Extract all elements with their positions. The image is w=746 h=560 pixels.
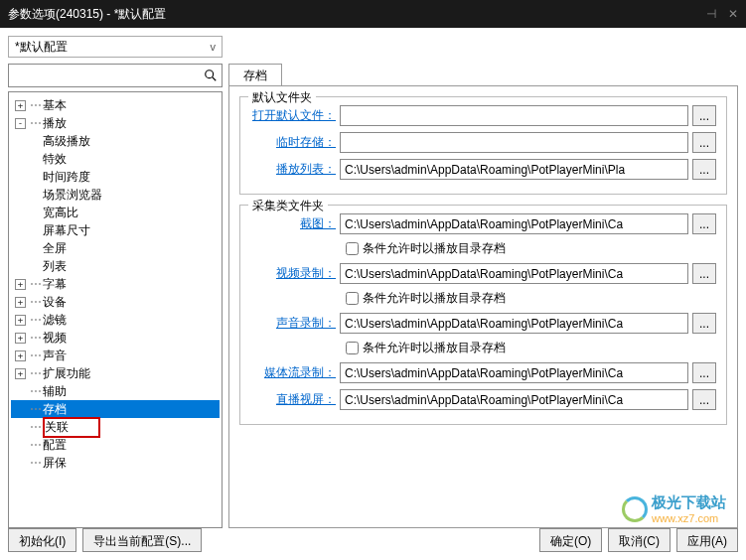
tree-label: 声音	[43, 348, 67, 364]
titlebar: 参数选项(240315) - *默认配置 ⊣ ✕	[0, 0, 746, 28]
expand-icon[interactable]: -	[15, 118, 26, 129]
category-tree[interactable]: +⋯基本-⋯播放高级播放特效时间跨度场景浏览器宽高比屏幕尺寸全屏列表+⋯字幕+⋯…	[8, 91, 223, 528]
input-live-screen[interactable]	[340, 389, 688, 410]
link-playlist[interactable]: 播放列表：	[250, 161, 336, 178]
tree-item-subtitle[interactable]: +⋯字幕	[11, 275, 220, 293]
tree-item-screen-size[interactable]: 屏幕尺寸	[11, 221, 220, 239]
tree-item-config[interactable]: ⋯配置	[11, 436, 220, 454]
expand-icon[interactable]: +	[15, 350, 26, 361]
browse-stream-rec[interactable]: ...	[692, 362, 716, 383]
tree-item-playback[interactable]: -⋯播放	[11, 114, 220, 132]
tree-item-assist[interactable]: ⋯辅助	[11, 382, 220, 400]
tree-label: 屏保	[43, 455, 67, 472]
tree-item-list[interactable]: 列表	[11, 257, 220, 275]
tree-item-device[interactable]: +⋯设备	[11, 293, 220, 311]
tree-dots-icon: ⋯	[30, 116, 41, 130]
close-icon[interactable]: ✕	[728, 7, 738, 21]
browse-video-rec[interactable]: ...	[692, 263, 716, 284]
tree-item-video[interactable]: +⋯视频	[11, 329, 220, 347]
tree-label: 播放	[43, 115, 67, 132]
pin-icon[interactable]: ⊣	[706, 7, 716, 21]
tree-dots-icon: ⋯	[30, 277, 41, 291]
input-open-default[interactable]	[340, 105, 688, 126]
browse-screenshot[interactable]: ...	[692, 213, 716, 234]
tree-label: 宽高比	[43, 205, 78, 221]
checkbox-screenshot-dir[interactable]	[346, 242, 359, 255]
footer: 初始化(I) 导出当前配置(S)... 确定(O) 取消(C) 应用(A)	[8, 528, 738, 552]
label-video-dir: 条件允许时以播放目录存档	[363, 290, 506, 307]
link-temp-storage[interactable]: 临时存储：	[250, 134, 336, 151]
tree-item-scene-browser[interactable]: 场景浏览器	[11, 186, 220, 204]
apply-button[interactable]: 应用(A)	[676, 528, 738, 552]
tab-archive[interactable]: 存档	[228, 64, 282, 85]
tree-dots-icon: ⋯	[30, 366, 41, 380]
tree-item-aspect[interactable]: 宽高比	[11, 204, 220, 221]
link-video-rec[interactable]: 视频录制：	[250, 265, 336, 282]
window-title: 参数选项(240315) - *默认配置	[8, 6, 166, 23]
tree-label: 基本	[43, 97, 67, 114]
input-playlist[interactable]	[340, 159, 688, 180]
export-config-button[interactable]: 导出当前配置(S)...	[82, 528, 202, 552]
input-video-rec[interactable]	[340, 263, 688, 284]
tree-item-basic[interactable]: +⋯基本	[11, 96, 220, 114]
browse-temp-storage[interactable]: ...	[692, 132, 716, 153]
tree-label: 存档	[43, 401, 67, 418]
tree-item-extension[interactable]: +⋯扩展功能	[11, 364, 220, 382]
browse-live-screen[interactable]: ...	[692, 389, 716, 410]
tree-label: 滤镜	[43, 312, 67, 329]
tree-label: 屏幕尺寸	[43, 222, 90, 239]
cancel-button[interactable]: 取消(C)	[608, 528, 671, 552]
link-live-screen[interactable]: 直播视屏：	[250, 391, 336, 408]
label-screenshot-dir: 条件允许时以播放目录存档	[363, 240, 506, 257]
expand-icon[interactable]: +	[15, 368, 26, 379]
tree-item-audio[interactable]: +⋯声音	[11, 347, 220, 364]
tree-dots-icon: ⋯	[30, 313, 41, 327]
config-dropdown-value: *默认配置	[15, 39, 68, 56]
input-audio-rec[interactable]	[340, 313, 688, 334]
tree-item-adv-playback[interactable]: 高级播放	[11, 132, 220, 150]
expand-icon[interactable]: +	[15, 297, 26, 308]
init-button[interactable]: 初始化(I)	[8, 528, 76, 552]
link-open-default[interactable]: 打开默认文件：	[250, 107, 336, 124]
input-screenshot[interactable]	[340, 213, 688, 234]
input-stream-rec[interactable]	[340, 362, 688, 383]
link-audio-rec[interactable]: 声音录制：	[250, 315, 336, 332]
tree-label: 高级播放	[43, 133, 90, 150]
group-capture-folders: 采集类文件夹 截图： ... 条件允许时以播放目录存档 视频录制： ... 条件…	[239, 205, 727, 425]
expand-icon[interactable]: +	[15, 315, 26, 326]
expand-icon[interactable]: +	[15, 333, 26, 344]
checkbox-video-dir[interactable]	[346, 292, 359, 305]
tree-dots-icon: ⋯	[30, 98, 41, 112]
tree-dots-icon: ⋯	[30, 402, 41, 416]
label-audio-dir: 条件允许时以播放目录存档	[363, 340, 506, 356]
browse-playlist[interactable]: ...	[692, 159, 716, 180]
content-area: *默认配置 v +⋯基本-⋯播放高级播放特效时间跨度场景浏览器宽高比屏幕尺寸全屏…	[0, 28, 746, 560]
ok-button[interactable]: 确定(O)	[539, 528, 602, 552]
tree-item-effects[interactable]: 特效	[11, 150, 220, 168]
expand-icon[interactable]: +	[15, 100, 26, 111]
checkbox-audio-dir[interactable]	[346, 342, 359, 354]
link-stream-rec[interactable]: 媒体流录制：	[250, 364, 336, 381]
tree-item-screensaver[interactable]: ⋯屏保	[11, 454, 220, 472]
tree-label: 关联	[43, 417, 100, 438]
tree-item-archive[interactable]: ⋯存档	[11, 400, 220, 418]
browse-audio-rec[interactable]: ...	[692, 313, 716, 334]
config-dropdown[interactable]: *默认配置 v	[8, 36, 223, 58]
search-input[interactable]	[8, 64, 223, 87]
tree-item-timespan[interactable]: 时间跨度	[11, 168, 220, 186]
tree-label: 时间跨度	[43, 169, 90, 186]
link-screenshot[interactable]: 截图：	[250, 215, 336, 232]
group-default-folders: 默认文件夹 打开默认文件： ... 临时存储： ... 播放列表：	[239, 96, 727, 195]
expand-icon[interactable]: +	[15, 279, 26, 290]
input-temp-storage[interactable]	[340, 132, 688, 153]
tree-dots-icon: ⋯	[30, 438, 41, 452]
tree-item-fullscreen[interactable]: 全屏	[11, 239, 220, 257]
tree-label: 辅助	[43, 383, 67, 400]
chevron-down-icon: v	[211, 41, 217, 53]
tree-label: 特效	[43, 151, 67, 168]
tree-label: 设备	[43, 294, 67, 311]
tree-item-filter[interactable]: +⋯滤镜	[11, 311, 220, 329]
tree-item-association[interactable]: ⋯关联	[11, 418, 220, 436]
tree-dots-icon: ⋯	[30, 384, 41, 398]
browse-open-default[interactable]: ...	[692, 105, 716, 126]
